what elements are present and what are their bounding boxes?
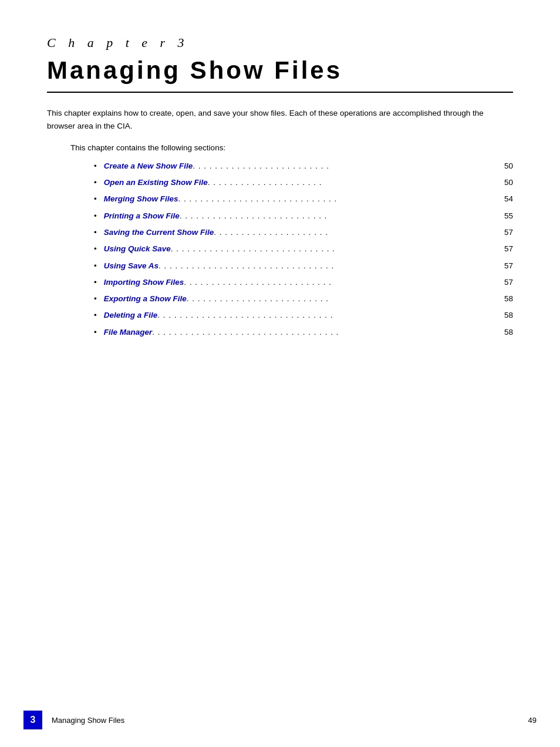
toc-item: Deleting a File. . . . . . . . . . . . .… xyxy=(94,308,513,322)
toc-link[interactable]: Create a New Show File xyxy=(104,159,193,173)
toc-dots: . . . . . . . . . . . . . . . . . . . . … xyxy=(180,209,503,223)
toc-link[interactable]: Saving the Current Show File xyxy=(104,226,214,240)
toc-list: Create a New Show File. . . . . . . . . … xyxy=(94,159,513,339)
toc-page: 54 xyxy=(504,192,513,206)
toc-item: Using Save As. . . . . . . . . . . . . .… xyxy=(94,259,513,273)
toc-dots: . . . . . . . . . . . . . . . . . . . . … xyxy=(157,308,503,322)
toc-item: Using Quick Save. . . . . . . . . . . . … xyxy=(94,242,513,256)
toc-link[interactable]: Using Quick Save xyxy=(104,242,171,256)
toc-dots: . . . . . . . . . . . . . . . . . . . . … xyxy=(208,176,503,190)
footer-chapter-number: 3 xyxy=(23,711,42,729)
toc-page: 57 xyxy=(504,226,513,240)
toc-item: Open an Existing Show File. . . . . . . … xyxy=(94,176,513,190)
chapter-title: Managing Show Files xyxy=(47,56,513,85)
toc-page: 58 xyxy=(504,325,513,339)
toc-item: Exporting a Show File. . . . . . . . . .… xyxy=(94,292,513,306)
toc-dots: . . . . . . . . . . . . . . . . . . . . … xyxy=(214,226,503,240)
toc-dots: . . . . . . . . . . . . . . . . . . . . … xyxy=(152,325,503,339)
toc-link[interactable]: Open an Existing Show File xyxy=(104,176,208,190)
toc-item: Merging Show Files. . . . . . . . . . . … xyxy=(94,192,513,206)
toc-link[interactable]: Merging Show Files xyxy=(104,192,178,206)
toc-page: 57 xyxy=(504,275,513,290)
page: C h a p t e r 3 Managing Show Files This… xyxy=(0,0,560,747)
toc-page: 58 xyxy=(504,292,513,306)
toc-page: 50 xyxy=(504,176,513,190)
toc-link[interactable]: Using Save As xyxy=(104,259,158,273)
toc-link[interactable]: Deleting a File xyxy=(104,308,158,322)
toc-dots: . . . . . . . . . . . . . . . . . . . . … xyxy=(178,192,503,206)
toc-item: Create a New Show File. . . . . . . . . … xyxy=(94,159,513,173)
toc-dots: . . . . . . . . . . . . . . . . . . . . … xyxy=(187,292,503,306)
title-divider xyxy=(47,92,513,93)
toc-page: 50 xyxy=(504,159,513,173)
toc-link[interactable]: Printing a Show File xyxy=(104,209,180,223)
toc-dots: . . . . . . . . . . . . . . . . . . . . … xyxy=(184,275,503,290)
intro-paragraph: This chapter explains how to create, ope… xyxy=(47,107,493,132)
toc-link[interactable]: Importing Show Files xyxy=(104,275,184,290)
toc-page: 57 xyxy=(504,242,513,256)
chapter-label: C h a p t e r 3 xyxy=(47,35,513,51)
toc-link[interactable]: Exporting a Show File xyxy=(104,292,187,306)
toc-item: Saving the Current Show File. . . . . . … xyxy=(94,226,513,240)
footer-page-number: 49 xyxy=(528,716,537,725)
contains-text: This chapter contains the following sect… xyxy=(70,142,513,154)
toc-page: 57 xyxy=(504,259,513,273)
toc-dots: . . . . . . . . . . . . . . . . . . . . … xyxy=(193,159,503,173)
footer-chapter-name: Managing Show Files xyxy=(52,716,124,725)
toc-page: 55 xyxy=(504,209,513,223)
toc-page: 58 xyxy=(504,308,513,322)
toc-item: Importing Show Files. . . . . . . . . . … xyxy=(94,275,513,290)
footer: 3 Managing Show Files 49 xyxy=(0,711,560,729)
toc-item: Printing a Show File. . . . . . . . . . … xyxy=(94,209,513,223)
toc-link[interactable]: File Manager xyxy=(104,325,153,339)
toc-dots: . . . . . . . . . . . . . . . . . . . . … xyxy=(158,259,503,273)
toc-dots: . . . . . . . . . . . . . . . . . . . . … xyxy=(171,242,503,256)
toc-item: File Manager. . . . . . . . . . . . . . … xyxy=(94,325,513,339)
